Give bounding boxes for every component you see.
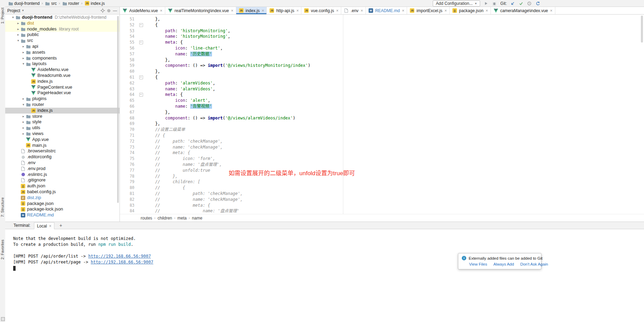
chevron-right-icon[interactable]: ▸ <box>21 50 26 55</box>
tree-item-gitignore[interactable]: .gitignore <box>5 177 120 183</box>
notification-action-view-files[interactable]: View Files <box>469 262 487 266</box>
chevron-right-icon[interactable]: ▸ <box>16 20 20 26</box>
tree-item-auth-json[interactable]: {}auth.json <box>5 183 120 189</box>
fold-marker-icon[interactable]: − <box>137 92 145 98</box>
chevron-down-icon[interactable]: ▾ <box>21 61 26 67</box>
close-icon[interactable]: × <box>402 8 404 13</box>
editor-breadcrumb-children[interactable]: children <box>158 216 172 221</box>
add-configuration-button[interactable]: Add Configuration... ▼ <box>433 0 480 7</box>
tree-item-app-vue[interactable]: App.vue <box>5 137 120 143</box>
editor-scrollbar[interactable] <box>641 16 643 43</box>
close-icon[interactable]: × <box>444 8 447 13</box>
tree-item-assets[interactable]: ▸assets <box>5 50 120 55</box>
close-icon[interactable]: × <box>49 224 51 229</box>
fold-collapse-icon[interactable]: − <box>139 41 143 44</box>
tool-button-favorites[interactable]: 2: Favorites <box>0 240 5 259</box>
tree-item-api[interactable]: ▸api <box>5 44 120 50</box>
editor-breadcrumb-meta[interactable]: meta <box>177 216 187 221</box>
tree-item-utils[interactable]: ▸utils <box>5 125 120 131</box>
tree-item-package-json[interactable]: {}package.json <box>5 201 120 207</box>
chevron-right-icon[interactable]: ▸ <box>21 131 26 137</box>
tool-button-structure[interactable]: 7: Structure <box>0 197 5 217</box>
editor-tab-realtimemonitoring-index-vue[interactable]: realTimeMonitoring\index.vue× <box>165 7 236 14</box>
tree-item-duoji-frontend[interactable]: ▾duoji-frontendD:\zheheWeb\duoji-fronten… <box>5 15 120 20</box>
chevron-right-icon[interactable]: ▸ <box>21 119 26 125</box>
chevron-down-icon[interactable]: ▾ <box>16 38 20 44</box>
tree-item-components[interactable]: ▸components <box>5 55 120 61</box>
tree-item-style[interactable]: ▸style <box>5 119 120 125</box>
close-icon[interactable]: × <box>262 8 264 13</box>
close-icon[interactable]: × <box>160 8 162 13</box>
fold-collapse-icon[interactable]: − <box>139 93 143 97</box>
editor-breadcrumb-routes[interactable]: routes <box>141 216 152 221</box>
terminal-link[interactable]: http://192.168.66.56:9007 <box>88 254 151 259</box>
tree-item-env-prod[interactable]: .env.prod <box>5 166 120 172</box>
editor-tab-index-js[interactable]: JSindex.js× <box>236 7 267 14</box>
tree-item-src[interactable]: ▾src <box>5 38 120 44</box>
locate-file-icon[interactable] <box>100 8 105 13</box>
chevron-right-icon[interactable]: ▸ <box>21 44 26 50</box>
breadcrumb-item-index-js[interactable]: JSindex.js <box>84 1 106 6</box>
fold-marker-icon[interactable]: − <box>137 39 145 45</box>
project-scrollbar[interactable] <box>117 16 119 203</box>
close-icon[interactable]: × <box>361 8 363 13</box>
editor-breadcrumb-name[interactable]: name <box>192 216 202 221</box>
rollback-icon[interactable] <box>535 1 540 6</box>
git-commit-icon[interactable] <box>519 1 523 6</box>
breadcrumb-item-router[interactable]: router <box>61 1 80 6</box>
tree-item-babel-config-js[interactable]: JSbabel.config.js <box>5 189 120 195</box>
notification-action-always-add[interactable]: Always Add <box>493 262 514 266</box>
tree-item-dist[interactable]: ▸dist <box>5 20 120 26</box>
editor-tab-readme-md[interactable]: MREADME.md× <box>366 7 407 14</box>
new-terminal-icon[interactable]: + <box>58 223 63 228</box>
chevron-right-icon[interactable]: ▸ <box>16 32 20 38</box>
fold-marker-icon[interactable]: − <box>137 74 145 80</box>
tree-item-node-modules[interactable]: ▸node_moduleslibrary root <box>5 26 120 32</box>
tree-item-env[interactable]: .env <box>5 160 120 166</box>
close-icon[interactable]: × <box>296 8 299 13</box>
tree-item-dist-zip[interactable]: Zdist.zip <box>5 195 120 201</box>
editor-tab-asidemenu-vue[interactable]: AsideMenu.vue× <box>120 7 165 14</box>
chevron-right-icon[interactable]: ▸ <box>21 55 26 61</box>
editor-tab-cameramanage-index-vue[interactable]: cameraManage\index.vue× <box>491 7 555 14</box>
editor-tab-package-json[interactable]: {}package.json× <box>450 7 491 14</box>
tree-item-main-js[interactable]: JSmain.js <box>5 143 120 149</box>
tree-item-pagecontent-vue[interactable]: PageContent.vue <box>5 84 120 90</box>
tree-item-asidemenu-vue[interactable]: AsideMenu.vue <box>5 67 120 73</box>
tool-button-project[interactable]: 1: Project <box>0 8 5 24</box>
tree-item-pageheader-vue[interactable]: PageHeader.vue <box>5 90 120 96</box>
tree-item-package-lock-json[interactable]: {}package-lock.json <box>5 206 120 212</box>
tree-item-layouts[interactable]: ▾layouts <box>5 61 120 67</box>
editor-tab-vue-config-js[interactable]: JSvue.config.js× <box>301 7 341 14</box>
terminal-output[interactable]: Note that the development build is not o… <box>5 229 644 322</box>
tree-item-editorconfig[interactable]: .editorconfig <box>5 154 120 160</box>
tree-item-router[interactable]: ▾router <box>5 102 120 108</box>
gear-icon[interactable] <box>106 8 111 13</box>
fold-collapse-icon[interactable]: − <box>139 23 143 27</box>
terminal-tab-local[interactable]: Local × <box>34 222 55 230</box>
tree-item-index-js[interactable]: JSindex.js <box>5 108 120 114</box>
history-clock-icon[interactable] <box>527 1 532 6</box>
close-icon[interactable]: × <box>550 8 553 13</box>
debug-icon[interactable] <box>492 1 497 6</box>
breadcrumb-item-duoji-frontend[interactable]: duoji-frontend <box>7 1 40 6</box>
tree-item-eslintrc-js[interactable]: .eslintrc.js <box>5 172 120 178</box>
tree-item-store[interactable]: ▸store <box>5 114 120 119</box>
tree-item-breadcrumb-vue[interactable]: Breadcrumb.vue <box>5 73 120 79</box>
hide-panel-icon[interactable]: — <box>113 8 117 13</box>
code-editor[interactable]: 51 },52− {53 path: 'historyMonitoring',5… <box>120 15 644 214</box>
chevron-right-icon[interactable]: ▸ <box>21 96 26 102</box>
run-icon[interactable] <box>484 1 488 6</box>
terminal-link[interactable]: http://192.168.66.56:9007 <box>91 260 153 265</box>
notification-action-don-t-ask-again[interactable]: Don't Ask Again <box>520 262 548 266</box>
tree-item-index-js[interactable]: JSindex.js <box>5 79 120 84</box>
editor-tab-env[interactable]: .env× <box>341 7 366 14</box>
git-update-icon[interactable] <box>510 1 515 6</box>
chevron-right-icon[interactable]: ▸ <box>16 26 20 32</box>
tree-item-readme-md[interactable]: MREADME.md <box>5 212 120 218</box>
chevron-down-icon[interactable]: ▾ <box>11 15 15 20</box>
fold-collapse-icon[interactable]: − <box>139 75 143 79</box>
close-icon[interactable]: × <box>336 8 338 13</box>
tree-item-public[interactable]: ▸public <box>5 32 120 38</box>
chevron-right-icon[interactable]: ▸ <box>21 125 26 131</box>
